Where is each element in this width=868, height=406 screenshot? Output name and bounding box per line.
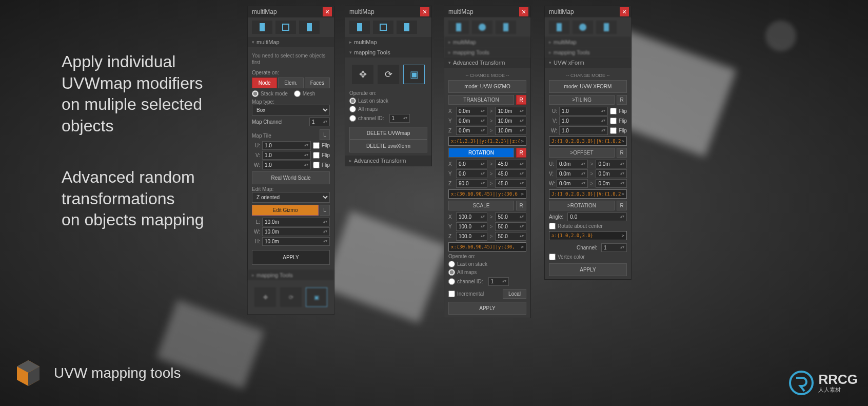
ty-a-spinner[interactable]: 0.0m▴▾ <box>456 117 487 125</box>
rx-a-spinner[interactable]: 0.0▴▾ <box>456 160 487 168</box>
channel-id-radio[interactable] <box>448 278 455 285</box>
tab-2[interactable] <box>373 21 393 34</box>
faces-button[interactable]: Faces <box>305 78 330 88</box>
tab-2[interactable] <box>573 21 593 34</box>
tab-1[interactable] <box>252 21 272 34</box>
tx-b-spinner[interactable]: 10.0m▴▾ <box>495 107 526 115</box>
translation-header[interactable]: TRANSLATION <box>448 95 514 105</box>
rotation-code[interactable]: a:{1.0,2.0,3.0} <box>549 231 627 240</box>
edit-gizmo-button[interactable]: Edit Gizmo <box>252 205 319 216</box>
section-adv-transform[interactable]: Advanced Transform <box>345 156 431 166</box>
w-spinner[interactable]: 1.0▴▾ <box>262 161 311 169</box>
channel-id-radio[interactable] <box>349 115 356 122</box>
ou-b-spinner[interactable]: 0.0m▴▾ <box>596 160 627 168</box>
mode-button[interactable]: mode: UVW XFORM <box>549 80 627 93</box>
offset-code[interactable]: J:{1.0,2.0,3.0}||V:{1.0,2 <box>549 189 627 199</box>
flip-w-checkbox[interactable] <box>313 162 320 168</box>
reset-translation-button[interactable]: R <box>516 95 526 105</box>
l-spinner[interactable]: 10.0m▴▾ <box>262 218 330 226</box>
section-multimap[interactable]: multiMap <box>444 37 530 47</box>
tu-spinner[interactable]: 1.0▴▾ <box>559 107 608 115</box>
section-adv-transform[interactable]: Advanced Transform <box>444 57 530 68</box>
delete-uvwmap-button[interactable]: DELETE UVWmap <box>349 127 427 140</box>
tab-2[interactable] <box>472 21 492 34</box>
flip-v-checkbox[interactable] <box>610 118 617 124</box>
channel-spinner[interactable]: 1▴▾ <box>601 243 627 252</box>
elem-button[interactable]: Elem. <box>278 78 303 88</box>
reset-tiling-button[interactable]: R <box>617 95 627 105</box>
ow-b-spinner[interactable]: 0.0m▴▾ <box>596 179 627 188</box>
apply-button[interactable]: APPLY <box>252 250 330 265</box>
tz-a-spinner[interactable]: 0.0m▴▾ <box>456 126 487 135</box>
tiling-code[interactable]: J:{1.0,2.0,3.0}||V:{1.0,2 <box>549 137 627 146</box>
close-icon[interactable]: × <box>323 7 332 16</box>
node-button[interactable]: Node <box>252 78 277 88</box>
incremental-checkbox[interactable] <box>448 291 455 297</box>
tv-spinner[interactable]: 1.0▴▾ <box>559 117 608 125</box>
real-world-scale-button[interactable]: Real World Scale <box>252 171 330 184</box>
flip-w-checkbox[interactable] <box>610 127 617 134</box>
titlebar[interactable]: multiMap × <box>248 6 334 17</box>
titlebar[interactable]: multiMap × <box>545 6 631 17</box>
tw-spinner[interactable]: 1.0▴▾ <box>559 126 608 135</box>
flip-u-checkbox[interactable] <box>313 142 320 149</box>
edit-gizmo-l-button[interactable]: L <box>320 205 330 216</box>
ry-b-spinner[interactable]: 45.0▴▾ <box>495 169 526 178</box>
edit-map-select[interactable]: Z oriented <box>252 192 330 203</box>
close-icon[interactable]: × <box>519 7 528 16</box>
titlebar[interactable]: multiMap × <box>345 6 431 17</box>
close-icon[interactable]: × <box>420 7 429 16</box>
tab-2[interactable] <box>275 21 296 34</box>
mesh-radio[interactable] <box>294 90 301 97</box>
delete-uvwxform-button[interactable]: DELETE uvwXform <box>349 140 427 152</box>
tab-3[interactable] <box>596 21 617 34</box>
ov-a-spinner[interactable]: 0.0m▴▾ <box>557 169 588 178</box>
u-spinner[interactable]: 1.0▴▾ <box>262 141 311 150</box>
map-type-select[interactable]: Box <box>252 105 330 115</box>
rz-a-spinner[interactable]: 90.0▴▾ <box>456 179 487 188</box>
reset-scale-button[interactable]: R <box>516 201 526 210</box>
mode-button[interactable]: mode: UVW GIZMO <box>448 80 526 93</box>
sz-b-spinner[interactable]: 50.0▴▾ <box>495 232 526 241</box>
all-maps-radio[interactable] <box>349 106 356 112</box>
tx-a-spinner[interactable]: 0.0m▴▾ <box>456 107 487 115</box>
flip-v-checkbox[interactable] <box>313 152 320 159</box>
channel-id-spinner[interactable]: 1▴▾ <box>389 114 410 123</box>
sy-a-spinner[interactable]: 100.0▴▾ <box>456 222 487 231</box>
move-tool-icon[interactable]: ✥ <box>254 287 276 307</box>
scale-header[interactable]: SCALE <box>448 201 514 210</box>
rotate-tool-icon[interactable]: ⟳ <box>280 287 302 307</box>
last-on-stack-radio[interactable] <box>448 261 455 267</box>
all-maps-radio[interactable] <box>448 269 455 276</box>
offset-header[interactable]: >OFFSET <box>549 148 615 158</box>
ty-b-spinner[interactable]: 10.0m▴▾ <box>495 117 526 125</box>
rotation-header[interactable]: >ROTATION <box>549 201 615 210</box>
sy-b-spinner[interactable]: 50.0▴▾ <box>495 222 526 231</box>
h-spinner[interactable]: 10.0m▴▾ <box>262 237 330 246</box>
tab-3[interactable] <box>397 21 417 34</box>
apply-button[interactable]: APPLY <box>448 302 526 315</box>
reset-rotation-button[interactable]: R <box>516 148 526 158</box>
last-on-stack-radio[interactable] <box>349 98 356 104</box>
tab-3[interactable] <box>496 21 516 34</box>
scale-code[interactable]: x:{30,60,90,45}||y:{30, <box>448 242 526 252</box>
rotate-center-checkbox[interactable] <box>549 223 556 229</box>
tab-1[interactable] <box>549 21 569 34</box>
map-tile-l-button[interactable]: L <box>320 129 330 140</box>
v-spinner[interactable]: 1.0▴▾ <box>262 151 311 160</box>
tab-1[interactable] <box>349 21 370 34</box>
move-tool-icon[interactable]: ✥ <box>352 65 373 84</box>
reset-rotation-button[interactable]: R <box>617 201 627 210</box>
section-multimap[interactable]: multiMap <box>345 37 431 47</box>
titlebar[interactable]: multiMap × <box>444 6 530 17</box>
channel-id-spinner[interactable]: 1▴▾ <box>488 277 509 286</box>
rz-b-spinner[interactable]: 45.0▴▾ <box>495 179 526 188</box>
sx-a-spinner[interactable]: 100.0▴▾ <box>456 212 487 221</box>
section-mapping-tools[interactable]: mapping Tools <box>444 47 530 57</box>
flip-u-checkbox[interactable] <box>610 108 617 114</box>
w-dim-spinner[interactable]: 10.0m▴▾ <box>262 227 330 236</box>
map-channel-spinner[interactable]: 1▴▾ <box>309 118 330 126</box>
section-mapping-tools[interactable]: mapping Tools <box>545 47 631 57</box>
scale-tool-icon[interactable]: ▣ <box>403 65 425 84</box>
rx-b-spinner[interactable]: 45.0▴▾ <box>495 160 526 168</box>
